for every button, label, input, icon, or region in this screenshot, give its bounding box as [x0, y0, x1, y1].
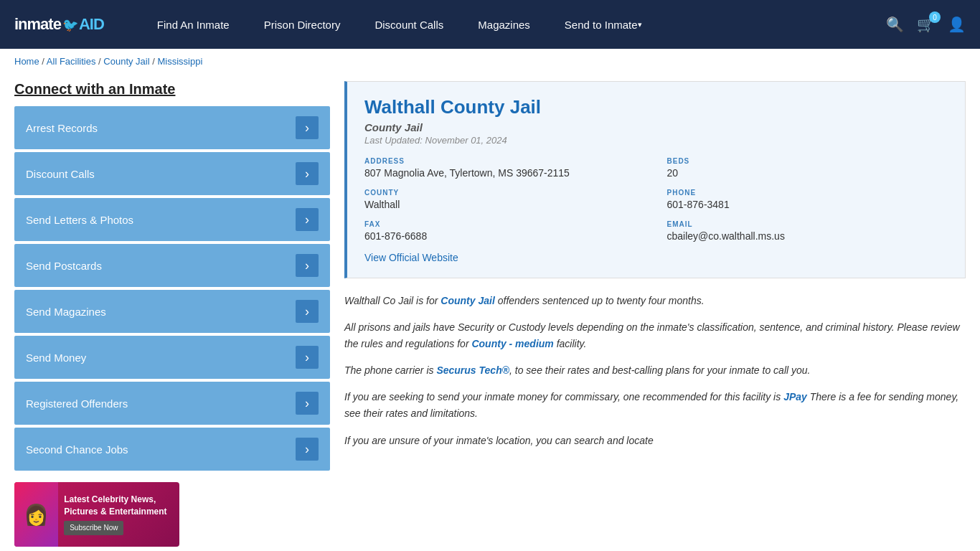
breadcrumb-county-jail[interactable]: County Jail — [103, 56, 149, 67]
county-jail-link[interactable]: County Jail — [440, 295, 494, 306]
desc-para5: If you are unsure of your inmate's locat… — [344, 433, 966, 449]
ad-title: Latest Celebrity News, Pictures & Entert… — [64, 494, 166, 517]
view-website[interactable]: View Official Website — [364, 252, 948, 263]
sidebar-title: Connect with an Inmate — [14, 81, 330, 98]
facility-details: ADDRESS 807 Magnolia Ave, Tylertown, MS … — [364, 157, 948, 242]
cart-badge: 0 — [929, 11, 941, 23]
breadcrumb-mississippi[interactable]: Mississippi — [157, 56, 202, 67]
arrow-icon: › — [296, 254, 319, 277]
nav-discount-calls[interactable]: Discount Calls — [357, 0, 461, 49]
facility-name: Walthall County Jail — [364, 96, 948, 118]
sidebar-item-arrest-records[interactable]: Arrest Records › — [14, 106, 330, 149]
arrow-icon: › — [296, 438, 319, 461]
main-nav: Find An Inmate Prison Directory Discount… — [140, 0, 864, 49]
facility-updated: Last Updated: November 01, 2024 — [364, 135, 948, 146]
sidebar-item-send-letters[interactable]: Send Letters & Photos › — [14, 198, 330, 241]
sidebar: Connect with an Inmate Arrest Records › … — [14, 81, 330, 547]
detail-address: ADDRESS 807 Magnolia Ave, Tylertown, MS … — [364, 157, 646, 179]
sidebar-item-registered-offenders[interactable]: Registered Offenders › — [14, 382, 330, 425]
jpay-link[interactable]: JPay — [783, 391, 807, 402]
securus-link[interactable]: Securus Tech® — [436, 364, 509, 376]
arrow-icon: › — [296, 392, 319, 415]
facility-type: County Jail — [364, 121, 948, 133]
arrow-icon: › — [296, 208, 319, 231]
detail-county: COUNTY Walthall — [364, 189, 646, 210]
site-logo[interactable]: inmate🐦AID — [14, 15, 104, 34]
header-icons: 🔍 🛒 0 👤 — [886, 16, 966, 33]
cart-icon[interactable]: 🛒 0 — [917, 16, 935, 33]
nav-send-inmate[interactable]: Send to Inmate — [547, 0, 659, 49]
sidebar-item-discount-calls[interactable]: Discount Calls › — [14, 152, 330, 195]
desc-para1: Walthall Co Jail is for County Jail offe… — [344, 293, 966, 309]
detail-email: EMAIL cbailey@co.walthall.ms.us — [667, 220, 948, 242]
detail-phone: PHONE 601-876-3481 — [667, 189, 948, 210]
desc-para4: If you are seeking to send your inmate m… — [344, 389, 966, 422]
breadcrumb-all-facilities[interactable]: All Facilities — [47, 56, 96, 67]
site-header: inmate🐦AID Find An Inmate Prison Directo… — [0, 0, 980, 49]
search-icon[interactable]: 🔍 — [886, 16, 904, 33]
sidebar-item-send-postcards[interactable]: Send Postcards › — [14, 244, 330, 287]
desc-para3: The phone carrier is Securus Tech®, to s… — [344, 362, 966, 379]
detail-fax: FAX 601-876-6688 — [364, 220, 646, 242]
desc-para2: All prisons and jails have Security or C… — [344, 319, 966, 352]
arrow-icon: › — [296, 346, 319, 369]
sidebar-menu: Arrest Records › Discount Calls › Send L… — [14, 106, 330, 471]
nav-prison-directory[interactable]: Prison Directory — [247, 0, 358, 49]
advertisement[interactable]: 👩 Latest Celebrity News, Pictures & Ente… — [14, 482, 179, 547]
ad-image: 👩 — [14, 482, 58, 547]
ad-subscribe-button[interactable]: Subscribe Now — [64, 521, 123, 535]
detail-beds: BEDS 20 — [667, 157, 948, 179]
main-content: Walthall County Jail County Jail Last Up… — [344, 81, 966, 547]
sidebar-item-second-chance-jobs[interactable]: Second Chance Jobs › — [14, 428, 330, 471]
facility-card: Walthall County Jail County Jail Last Up… — [344, 81, 966, 278]
official-website-link[interactable]: View Official Website — [364, 252, 458, 263]
arrow-icon: › — [296, 162, 319, 185]
sidebar-item-send-magazines[interactable]: Send Magazines › — [14, 290, 330, 333]
user-icon[interactable]: 👤 — [948, 16, 966, 33]
nav-magazines[interactable]: Magazines — [461, 0, 547, 49]
arrow-icon: › — [296, 116, 319, 139]
arrow-icon: › — [296, 300, 319, 323]
breadcrumb: Home / All Facilities / County Jail / Mi… — [0, 49, 980, 74]
facility-description: Walthall Co Jail is for County Jail offe… — [344, 293, 966, 449]
county-medium-link[interactable]: County - medium — [471, 338, 553, 349]
sidebar-item-send-money[interactable]: Send Money › — [14, 336, 330, 379]
nav-find-inmate[interactable]: Find An Inmate — [140, 0, 247, 49]
main-layout: Connect with an Inmate Arrest Records › … — [0, 74, 980, 551]
breadcrumb-home[interactable]: Home — [14, 56, 39, 67]
